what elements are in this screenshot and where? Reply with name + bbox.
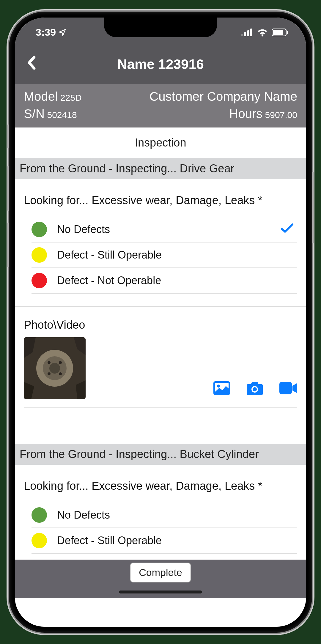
phone-notch bbox=[104, 18, 217, 37]
phone-frame: 3:39 bbox=[9, 12, 312, 633]
chevron-left-icon bbox=[27, 56, 36, 70]
svg-rect-5 bbox=[273, 30, 283, 35]
content[interactable]: Inspection From the Ground - Inspecting.… bbox=[15, 127, 306, 560]
section-gap bbox=[15, 417, 306, 444]
camera-button[interactable] bbox=[247, 381, 263, 396]
option-label: Defect - Not Operable bbox=[57, 274, 294, 287]
svg-rect-3 bbox=[250, 29, 252, 36]
gallery-button[interactable] bbox=[213, 381, 230, 396]
question-text: Looking for... Excessive wear, Damage, L… bbox=[24, 193, 297, 208]
home-indicator[interactable] bbox=[119, 591, 202, 593]
option-not-operable[interactable]: Defect - Not Operable bbox=[32, 268, 297, 294]
image-icon bbox=[213, 381, 230, 395]
model-label: Model bbox=[24, 89, 58, 103]
sn-label: S/N bbox=[24, 107, 45, 121]
hours-label: Hours bbox=[229, 107, 262, 121]
wifi-icon bbox=[257, 28, 268, 37]
model-row: Model 225D bbox=[24, 89, 82, 104]
video-icon bbox=[279, 382, 297, 394]
model-value: 225D bbox=[60, 93, 82, 103]
question-text: Looking for... Excessive wear, Damage, L… bbox=[24, 478, 297, 494]
camera-icon bbox=[247, 381, 263, 395]
customer-name: Customer Company Name bbox=[150, 89, 297, 104]
location-icon bbox=[58, 29, 66, 36]
photo-label: Photo\Video bbox=[24, 319, 297, 331]
checkmark-icon bbox=[281, 222, 294, 237]
option-label: No Defects bbox=[57, 509, 294, 521]
subheader: Model 225D S/N 502418 Customer Company N… bbox=[15, 84, 306, 127]
volume-down bbox=[7, 223, 9, 267]
status-dot-green bbox=[32, 222, 47, 237]
hours-value: 5907.00 bbox=[265, 110, 297, 120]
volume-up bbox=[7, 166, 9, 211]
header: Name 123916 bbox=[15, 47, 306, 84]
svg-rect-1 bbox=[244, 32, 246, 36]
photo-section: Photo\Video bbox=[15, 307, 306, 417]
back-button[interactable] bbox=[27, 55, 36, 73]
complete-button[interactable]: Complete bbox=[130, 563, 191, 582]
options-list: No Defects Defect - Still Operable Defec… bbox=[24, 217, 297, 294]
status-dot-red bbox=[32, 273, 47, 288]
section-header-drive-gear: From the Ground - Inspecting... Drive Ge… bbox=[15, 158, 306, 179]
hours-row: Hours 5907.00 bbox=[150, 107, 297, 121]
divider bbox=[24, 407, 297, 408]
signal-icon bbox=[241, 29, 253, 36]
battery-icon bbox=[272, 29, 288, 36]
svg-point-11 bbox=[48, 361, 51, 364]
status-dot-yellow bbox=[32, 533, 47, 548]
svg-rect-2 bbox=[247, 30, 249, 36]
status-dot-green bbox=[32, 507, 47, 523]
svg-rect-6 bbox=[287, 31, 288, 34]
svg-rect-20 bbox=[279, 382, 292, 394]
svg-rect-0 bbox=[241, 34, 243, 36]
option-label: No Defects bbox=[57, 223, 281, 236]
footer: Complete bbox=[15, 560, 306, 598]
video-button[interactable] bbox=[279, 382, 297, 396]
sn-value: 502418 bbox=[47, 110, 77, 120]
section-header-bucket-cylinder: From the Ground - Inspecting... Bucket C… bbox=[15, 444, 306, 465]
option-still-operable[interactable]: Defect - Still Operable bbox=[32, 243, 297, 268]
option-no-defects[interactable]: No Defects bbox=[32, 503, 297, 528]
silence-switch bbox=[7, 125, 9, 148]
option-label: Defect - Still Operable bbox=[57, 249, 294, 261]
svg-point-13 bbox=[48, 372, 51, 375]
option-no-defects[interactable]: No Defects bbox=[32, 217, 297, 243]
option-label: Defect - Still Operable bbox=[57, 534, 294, 547]
sn-row: S/N 502418 bbox=[24, 107, 82, 121]
question-block: Looking for... Excessive wear, Damage, L… bbox=[15, 465, 306, 560]
photo-thumbnail[interactable] bbox=[24, 337, 86, 399]
option-still-operable[interactable]: Defect - Still Operable bbox=[32, 528, 297, 554]
page-title: Name 123916 bbox=[27, 56, 294, 72]
options-list: No Defects Defect - Still Operable bbox=[24, 503, 297, 554]
svg-point-17 bbox=[217, 385, 220, 388]
svg-point-12 bbox=[59, 361, 62, 364]
svg-point-19 bbox=[253, 387, 257, 391]
question-block: Looking for... Excessive wear, Damage, L… bbox=[15, 179, 306, 300]
status-time: 3:39 bbox=[36, 26, 56, 38]
svg-point-14 bbox=[59, 372, 62, 375]
svg-point-10 bbox=[49, 363, 60, 374]
power-button bbox=[312, 172, 314, 243]
tab-inspection: Inspection bbox=[15, 127, 306, 158]
status-dot-yellow bbox=[32, 247, 47, 263]
